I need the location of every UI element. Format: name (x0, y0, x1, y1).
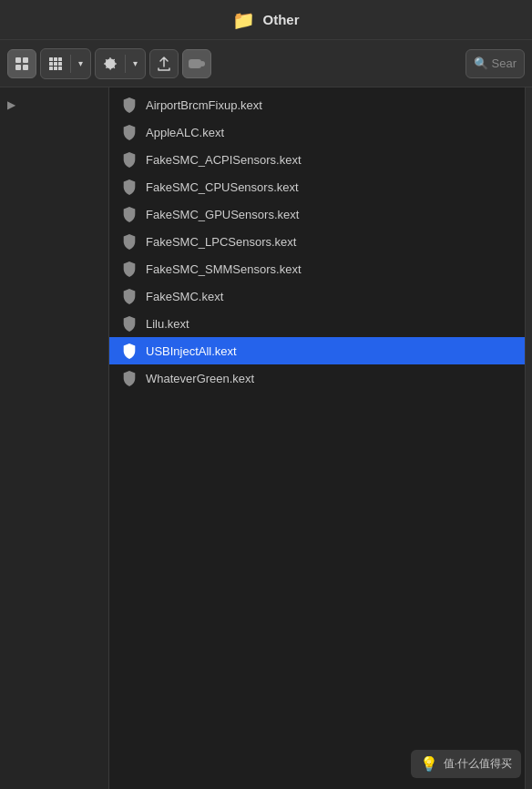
kext-shield-icon (120, 150, 138, 169)
sidebar: ▶ (0, 87, 109, 789)
kext-shield-icon (120, 123, 138, 141)
file-list: AirportBrcmFixup.kext AppleALC.kext Fake… (109, 87, 525, 789)
settings-dropdown[interactable]: ▾ (126, 49, 145, 78)
list-item[interactable]: AppleALC.kext (109, 118, 525, 146)
kext-shield-icon (120, 178, 138, 196)
svg-rect-12 (58, 67, 62, 70)
folder-icon: 📁 (232, 9, 255, 31)
kext-shield-icon (120, 369, 138, 387)
main-content: ▶ AirportBrcmFixup.kext AppleALC.kext Fa… (0, 87, 532, 789)
grid-view-group[interactable]: ▾ (40, 48, 91, 79)
file-name-label: FakeSMC_CPUSensors.kext (146, 180, 299, 194)
file-name-label: USBInjectAll.kext (146, 344, 237, 358)
watermark: 💡 值·什么值得买 (411, 750, 521, 778)
file-name-label: Lilu.kext (146, 317, 189, 331)
file-name-label: FakeSMC_GPUSensors.kext (146, 208, 299, 221)
title-bar: 📁 Other (0, 0, 532, 40)
file-name-label: AppleALC.kext (146, 126, 224, 139)
svg-rect-3 (23, 65, 28, 70)
list-item[interactable]: USBInjectAll.kext (109, 337, 525, 364)
list-item[interactable]: FakeSMC_LPCSensors.kext (109, 228, 525, 255)
svg-rect-5 (54, 57, 57, 61)
svg-rect-0 (15, 57, 21, 63)
list-item[interactable]: AirportBrcmFixup.kext (109, 91, 525, 118)
list-item[interactable]: Lilu.kext (109, 310, 525, 337)
file-name-label: FakeSMC_SMMSensors.kext (146, 262, 302, 276)
file-name-label: FakeSMC.kext (146, 290, 223, 303)
scrollbar[interactable] (525, 87, 532, 789)
grid-view-button[interactable] (41, 49, 70, 78)
icon-view-button[interactable] (7, 49, 36, 78)
watermark-icon: 💡 (420, 755, 438, 773)
kext-shield-icon (120, 260, 138, 278)
search-placeholder: Sear (492, 56, 517, 70)
file-name-label: WhateverGreen.kext (146, 372, 254, 385)
share-button[interactable] (149, 49, 179, 78)
svg-rect-7 (49, 62, 53, 66)
svg-rect-10 (49, 67, 53, 70)
svg-rect-6 (58, 57, 62, 61)
kext-shield-icon (120, 205, 138, 223)
svg-rect-11 (54, 67, 57, 70)
file-name-label: AirportBrcmFixup.kext (146, 98, 262, 112)
sidebar-collapse-arrow[interactable]: ▶ (0, 95, 23, 115)
svg-rect-1 (23, 57, 28, 63)
list-item[interactable]: FakeSMC_CPUSensors.kext (109, 173, 525, 200)
svg-rect-13 (189, 59, 201, 68)
grid-view-dropdown[interactable]: ▾ (71, 49, 90, 78)
kext-shield-icon (120, 96, 138, 114)
kext-shield-icon (120, 342, 138, 360)
search-icon: 🔍 (474, 56, 488, 70)
svg-rect-2 (15, 65, 21, 70)
svg-rect-4 (49, 57, 53, 61)
tag-button[interactable] (182, 49, 211, 78)
kext-shield-icon (120, 314, 138, 333)
settings-button[interactable] (96, 49, 125, 78)
list-item[interactable]: FakeSMC_GPUSensors.kext (109, 200, 525, 228)
toolbar: ▾ ▾ 🔍 Sear (0, 40, 532, 87)
list-item[interactable]: FakeSMC.kext (109, 282, 525, 310)
kext-shield-icon (120, 287, 138, 305)
svg-rect-9 (58, 62, 62, 66)
list-item[interactable]: FakeSMC_ACPISensors.kext (109, 146, 525, 173)
list-item[interactable]: FakeSMC_SMMSensors.kext (109, 255, 525, 282)
file-name-label: FakeSMC_LPCSensors.kext (146, 235, 296, 249)
file-name-label: FakeSMC_ACPISensors.kext (146, 153, 302, 167)
kext-shield-icon (120, 232, 138, 251)
list-item[interactable]: WhateverGreen.kext (109, 364, 525, 392)
window-title: Other (262, 12, 299, 27)
svg-point-14 (200, 61, 205, 67)
svg-rect-8 (54, 62, 57, 66)
search-bar[interactable]: 🔍 Sear (466, 49, 525, 78)
title-bar-content: 📁 Other (232, 9, 299, 31)
settings-group[interactable]: ▾ (95, 48, 146, 79)
watermark-text: 值·什么值得买 (444, 756, 512, 772)
